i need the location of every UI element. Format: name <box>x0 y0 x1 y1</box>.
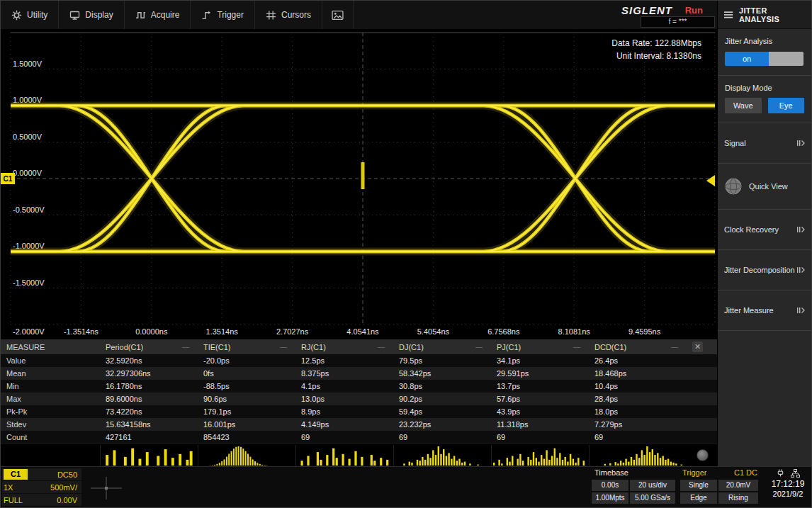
menu-display[interactable]: Display <box>59 1 124 29</box>
table-row: Max89.6000ns90.6ps13.0ps90.2ps57.6ps28.4… <box>1 393 718 405</box>
signal-label: Signal <box>724 139 746 147</box>
measure-title: MEASURE <box>1 343 100 351</box>
x-axis-label: 9.4595ns <box>613 327 677 336</box>
table-row: Min16.1780ns-88.5ps4.1ps30.8ps13.7ps10.4… <box>1 380 718 393</box>
menu-trigger-label: Trigger <box>217 10 244 20</box>
measure-table: MEASUREPeriod(C1)—TIE(C1)—RJ(C1)—DJ(C1)—… <box>1 339 718 444</box>
sidebar-item-signal[interactable]: Signal <box>718 123 811 163</box>
measure-cell: 11.318ps <box>491 420 589 429</box>
table-row: Count42716185442369696969 <box>1 431 718 444</box>
measure-cell: 8.375ps <box>295 369 393 378</box>
table-row: Mean32.297306ns0fs8.375ps58.342ps29.591p… <box>1 367 718 380</box>
measure-cell: 32.5920ns <box>100 356 198 365</box>
measure-cell: 18.468ps <box>589 369 687 378</box>
column-option-dash: — <box>573 343 580 351</box>
toggle-on-label: on <box>725 52 769 66</box>
screenshot-button[interactable] <box>322 1 354 29</box>
channel-scale: 500mV/ <box>50 483 77 492</box>
eye-trace <box>11 106 715 252</box>
sidebar-item-clock-recovery[interactable]: Clock Recovery <box>718 210 811 249</box>
top-menu-bar: Utility Display Acquire Trigger Cursors … <box>1 1 718 29</box>
menu-trigger[interactable]: Trigger <box>191 1 255 29</box>
menu-acquire[interactable]: Acquire <box>125 1 191 29</box>
menu-cursors[interactable]: Cursors <box>255 1 322 29</box>
column-option-dash: — <box>280 343 287 351</box>
timebase-delay: 0.00s <box>592 480 628 491</box>
row-label: Count <box>1 433 100 441</box>
measure-cell: 34.1ps <box>491 356 589 365</box>
measure-cell: 57.6ps <box>491 395 589 403</box>
column-header: Period(C1)— <box>100 343 198 351</box>
timebase-status[interactable]: Timebase 0.00s 20 us/div 1.00Mpts 5.00 G… <box>592 467 677 508</box>
signal-readout: Data Rate: 122.88Mbps Unit Interval: 8.1… <box>611 37 701 62</box>
row-label: Min <box>1 382 100 390</box>
measure-cell: 0fs <box>198 369 295 378</box>
lan-icon <box>791 469 800 478</box>
eye-mode-button[interactable]: Eye <box>768 98 805 113</box>
histogram-options-button[interactable] <box>697 449 709 461</box>
trigger-source: C1 DC <box>734 468 757 480</box>
wave-mode-button[interactable]: Wave <box>725 98 762 113</box>
jitter-measure-label: Jitter Measure <box>724 306 774 315</box>
trigger-title: Trigger <box>682 468 706 480</box>
histogram-period <box>100 445 198 466</box>
measure-cell: 16.001ps <box>198 420 295 429</box>
sidebar-item-quick-view[interactable]: Quick View <box>718 164 811 209</box>
sidebar-item-jitter-measure[interactable]: Jitter Measure <box>718 290 811 330</box>
histogram-row: Histogram <box>1 444 718 466</box>
x-axis-label: 2.7027ns <box>261 327 325 336</box>
timebase-title: Timebase <box>592 468 677 480</box>
x-axis-label: 5.4054ns <box>401 327 465 336</box>
measure-cell: 73.4220ns <box>100 407 198 416</box>
jitter-analysis-toggle[interactable]: on <box>725 52 803 66</box>
eye-diagram-plot: C1 Data Rate: 122.88Mbps Unit Interval: … <box>1 29 718 339</box>
histogram-pj <box>491 445 589 466</box>
status-bar: C1DC50 1X500mV/ FULL0.00V Timebase 0.00s… <box>1 466 812 508</box>
screenshot-icon <box>332 10 344 21</box>
close-icon[interactable]: ✕ <box>692 342 703 352</box>
frequency-counter: f = *** <box>641 16 715 28</box>
timebase-scale: 20 us/div <box>630 480 675 491</box>
measure-cell: 26.4ps <box>589 356 687 365</box>
measure-cell: 79.5ps <box>393 356 491 365</box>
menu-display-label: Display <box>85 10 113 20</box>
trigger-position-indicator <box>81 467 131 508</box>
measure-cell: 30.8ps <box>393 382 491 390</box>
oscilloscope-screen: Utility Display Acquire Trigger Cursors … <box>0 0 812 508</box>
channel-chip: C1 <box>4 469 28 480</box>
column-header: DJ(C1)— <box>393 343 491 351</box>
column-header: PJ(C1)— <box>491 343 589 351</box>
trigger-slope: Rising <box>718 492 758 504</box>
histogram-label: Histogram <box>1 449 100 462</box>
measure-cell: 28.4ps <box>589 395 687 403</box>
sidebar-item-jitter-decomposition[interactable]: Jitter Decomposition <box>718 250 811 290</box>
measure-cell: 7.279ps <box>589 420 687 429</box>
quick-view-icon <box>724 177 743 196</box>
jitter-analysis-section: Jitter Analysis on <box>718 29 811 75</box>
column-option-dash: — <box>378 343 385 351</box>
channel-marker[interactable]: C1 <box>1 173 15 184</box>
row-label: Max <box>1 395 100 403</box>
measure-cell: 179.1ps <box>198 407 295 416</box>
menu-icon[interactable] <box>724 11 733 19</box>
usb-icon <box>777 468 784 478</box>
run-status[interactable]: Run <box>685 5 703 16</box>
table-row: Pk-Pk73.4220ns179.1ps8.9ps59.4ps43.9ps18… <box>1 405 718 418</box>
channel1-status[interactable]: C1DC50 1X500mV/ FULL0.00V <box>2 468 81 507</box>
trigger-mode: Single <box>680 480 717 491</box>
measure-cell: 90.2ps <box>393 395 491 403</box>
date-display: 2021/9/2 <box>763 490 812 498</box>
column-header: RJ(C1)— <box>295 343 393 351</box>
measure-cell: 854423 <box>198 433 295 441</box>
menu-utility[interactable]: Utility <box>1 1 59 29</box>
x-axis-label: 4.0541ns <box>331 327 395 336</box>
row-label: Pk-Pk <box>1 407 100 416</box>
measure-cell: 13.7ps <box>491 382 589 390</box>
trigger-level-marker[interactable] <box>706 175 715 186</box>
measure-cell: 58.342ps <box>393 369 491 378</box>
x-axis-label: 0.0000ns <box>120 327 184 336</box>
histogram-dj <box>393 445 491 466</box>
trigger-icon <box>201 10 212 21</box>
trigger-level: 20.0mV <box>718 480 758 491</box>
trigger-status[interactable]: Trigger C1 DC Single 20.0mV Edge Rising <box>680 467 760 508</box>
